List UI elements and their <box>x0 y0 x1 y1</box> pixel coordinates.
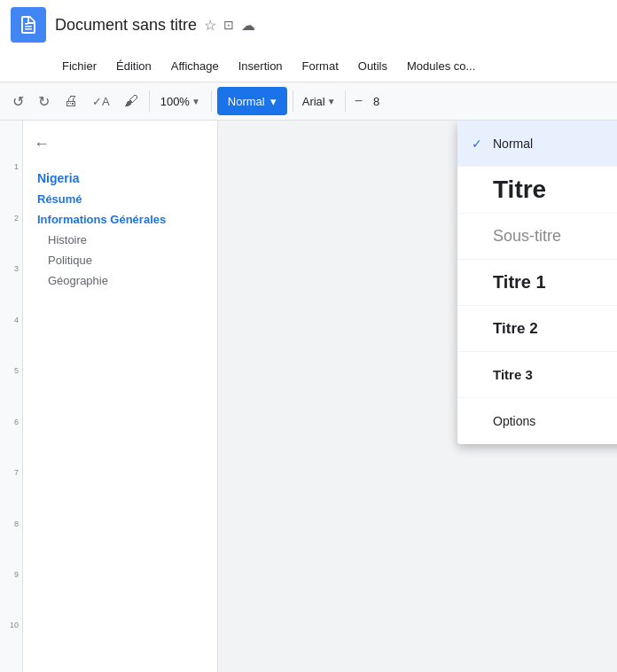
paint-format-button[interactable]: 🖌 <box>119 90 144 113</box>
separator-2 <box>211 90 212 112</box>
outline-item-nigeria[interactable]: Nigeria <box>30 168 210 189</box>
main-area: 1 2 3 4 5 6 7 8 9 10 ← Nigeria Résumé In… <box>0 121 617 672</box>
left-ruler: 1 2 3 4 5 6 7 8 9 10 <box>0 121 23 672</box>
style-option-normal[interactable]: ✓ Normal ▶ <box>457 121 617 167</box>
ruler-mark-8: 8 <box>0 520 22 570</box>
ruler-mark-1: 1 <box>0 162 22 213</box>
style-normal-label: Normal <box>493 137 617 151</box>
style-titre3-label: Titre 3 <box>493 367 617 382</box>
ruler-mark-6: 6 <box>0 418 22 468</box>
svg-rect-1 <box>25 28 32 30</box>
undo-button[interactable]: ↺ <box>7 90 29 113</box>
style-option-options[interactable]: Options ▶ <box>457 398 617 444</box>
menu-outils[interactable]: Outils <box>349 56 396 76</box>
outline-item-politique[interactable]: Politique <box>30 250 210 270</box>
cloud-icon[interactable]: ☁ <box>241 17 255 34</box>
outline-back-button[interactable]: ← <box>30 131 210 157</box>
separator-1 <box>149 90 150 112</box>
menu-format[interactable]: Format <box>293 56 348 76</box>
style-option-titre[interactable]: Titre ▶ <box>457 167 617 214</box>
ruler-mark-2: 2 <box>0 214 22 264</box>
outline-panel: ← Nigeria Résumé Informations Générales … <box>23 121 218 672</box>
doc-area: ✓ Normal ▶ Titre ▶ Sous-titre ▶ Titre 1 … <box>218 121 617 672</box>
redo-button[interactable]: ↻ <box>33 90 55 113</box>
svg-rect-0 <box>25 26 32 27</box>
style-label: Normal <box>228 95 265 108</box>
style-titre1-label: Titre 1 <box>493 272 617 293</box>
style-selector[interactable]: Normal ▾ <box>217 87 287 115</box>
style-option-titre1[interactable]: Titre 1 ▶ <box>457 260 617 306</box>
zoom-arrow-icon: ▼ <box>191 97 200 106</box>
app-icon <box>11 7 46 43</box>
outline-item-resume[interactable]: Résumé <box>30 189 210 209</box>
print-button[interactable]: 🖨 <box>59 90 83 113</box>
document-title: Document sans titre <box>55 16 197 35</box>
ruler-mark-3: 3 <box>0 264 22 315</box>
svg-rect-2 <box>25 23 28 25</box>
ruler-mark-7: 7 <box>0 468 22 519</box>
separator-3 <box>293 90 293 112</box>
outline-item-informations[interactable]: Informations Générales <box>30 209 210 230</box>
menu-modules[interactable]: Modules co... <box>398 56 484 76</box>
style-dropdown-menu: ✓ Normal ▶ Titre ▶ Sous-titre ▶ Titre 1 … <box>457 121 617 444</box>
style-option-titre3[interactable]: Titre 3 ▶ <box>457 352 617 398</box>
zoom-control[interactable]: 100% ▼ <box>155 91 206 112</box>
style-options-label: Options <box>493 414 617 428</box>
ruler-mark-10: 10 <box>0 621 22 671</box>
style-titre2-label: Titre 2 <box>493 320 617 338</box>
style-titre-label: Titre <box>493 176 617 204</box>
menu-insertion[interactable]: Insertion <box>230 56 292 76</box>
menu-affichage[interactable]: Affichage <box>162 56 228 76</box>
ruler-mark-4: 4 <box>0 316 22 366</box>
style-option-titre2[interactable]: Titre 2 ▶ <box>457 306 617 352</box>
style-sous-titre-label: Sous-titre <box>493 227 617 246</box>
font-label: Arial <box>302 95 325 108</box>
outline-item-geographie[interactable]: Géographie <box>30 270 210 291</box>
star-icon[interactable]: ☆ <box>204 17 216 34</box>
ruler-mark-5: 5 <box>0 366 22 417</box>
toolbar: ↺ ↻ 🖨 ✓A 🖌 100% ▼ Normal ▾ Arial ▼ − 8 <box>0 82 617 121</box>
font-arrow-icon: ▼ <box>327 97 336 106</box>
font-size-value: 8 <box>370 95 383 108</box>
font-selector[interactable]: Arial ▼ <box>299 91 340 112</box>
separator-4 <box>345 90 346 112</box>
title-bar: Document sans titre ☆ ⊡ ☁ <box>0 0 617 50</box>
title-icons: ☆ ⊡ ☁ <box>204 17 255 34</box>
check-icon: ✓ <box>472 137 489 151</box>
menu-bar: Fichier Édition Affichage Insertion Form… <box>0 50 617 82</box>
zoom-value: 100% <box>160 95 190 108</box>
style-arrow-icon: ▾ <box>270 95 277 108</box>
spellcheck-button[interactable]: ✓A <box>87 91 115 112</box>
menu-edition[interactable]: Édition <box>107 56 160 76</box>
ruler-mark-9: 9 <box>0 570 22 621</box>
menu-fichier[interactable]: Fichier <box>53 56 105 76</box>
folder-icon[interactable]: ⊡ <box>223 18 234 32</box>
outline-item-histoire[interactable]: Histoire <box>30 230 210 250</box>
style-option-sous-titre[interactable]: Sous-titre ▶ <box>457 214 617 260</box>
font-size-minus-button[interactable]: − <box>351 91 366 111</box>
